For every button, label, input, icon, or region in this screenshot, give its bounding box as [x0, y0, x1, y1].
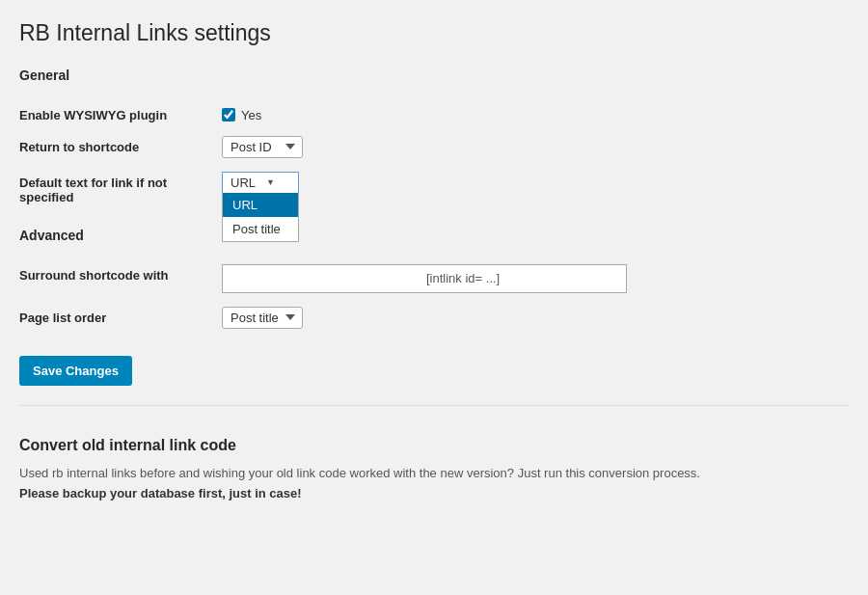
general-section-title: General [19, 68, 849, 83]
convert-section: Convert old internal link code Used rb i… [19, 425, 849, 504]
page-list-order-select[interactable]: Post title Post ID URL [222, 307, 303, 329]
dropdown-option-url[interactable]: URL [223, 193, 298, 217]
page-list-order-label: Page list order [19, 301, 222, 337]
enable-wysiwyg-checkbox[interactable] [222, 108, 235, 122]
surround-shortcode-label: Surround shortcode with [19, 258, 222, 301]
advanced-settings-table: Surround shortcode with [intlink id= ...… [19, 258, 849, 337]
enable-wysiwyg-label: Enable WYSIWYG plugin [19, 98, 222, 130]
default-text-selected[interactable]: URL ▼ [222, 172, 299, 193]
convert-warning-text: Please backup your database first, just … [19, 486, 302, 500]
enable-wysiwyg-control: Yes [222, 98, 849, 130]
surround-shortcode-control: [intlink id= ...] [222, 258, 849, 301]
return-shortcode-row: Return to shortcode Post ID Post title U… [19, 130, 849, 166]
default-text-control: URL Post title URL ▼ URL Post title [222, 166, 849, 212]
default-text-dropdown-trigger[interactable]: URL ▼ URL Post title [222, 172, 299, 193]
save-changes-button[interactable]: Save Changes [19, 356, 132, 386]
surround-inputs: [intlink id= ...] [222, 264, 849, 293]
advanced-section-title: Advanced [19, 228, 849, 243]
return-shortcode-control: Post ID Post title URL [222, 130, 849, 166]
default-text-dropdown-list: URL Post title [222, 193, 299, 242]
convert-section-title: Convert old internal link code [19, 437, 849, 454]
default-text-row: Default text for link if not specified U… [19, 166, 849, 212]
page-list-order-row: Page list order Post title Post ID URL [19, 301, 849, 337]
return-shortcode-label: Return to shortcode [19, 130, 222, 166]
enable-wysiwyg-row: Enable WYSIWYG plugin Yes [19, 98, 849, 130]
dropdown-arrow-icon: ▼ [266, 177, 275, 187]
surround-shortcode-left-input[interactable] [222, 264, 415, 293]
convert-description-text: Used rb internal links before and wishin… [19, 466, 700, 480]
default-text-label: Default text for link if not specified [19, 166, 222, 212]
convert-description: Used rb internal links before and wishin… [19, 464, 849, 504]
default-text-current-value: URL [231, 176, 256, 190]
default-text-dropdown-container: URL Post title URL ▼ URL Post title [222, 172, 299, 193]
surround-shortcode-row: Surround shortcode with [intlink id= ...… [19, 258, 849, 301]
page-title: RB Internal Links settings [19, 19, 849, 48]
page-list-order-control: Post title Post ID URL [222, 301, 849, 337]
general-settings-table: Enable WYSIWYG plugin Yes Return to shor… [19, 98, 849, 212]
surround-shortcode-placeholder: [intlink id= ...] [415, 264, 627, 293]
return-shortcode-select[interactable]: Post ID Post title URL [222, 136, 303, 158]
section-divider [19, 405, 849, 406]
dropdown-option-post-title[interactable]: Post title [223, 217, 298, 241]
enable-wysiwyg-yes-label: Yes [241, 108, 261, 122]
